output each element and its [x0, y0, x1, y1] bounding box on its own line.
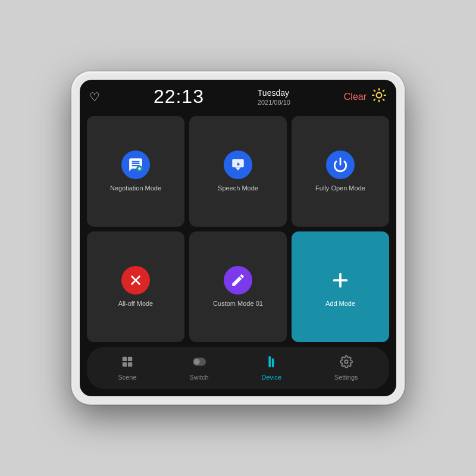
nav-settings[interactable]: Settings [327, 353, 365, 383]
speech-icon [224, 151, 252, 179]
tile-add-mode[interactable]: Add Mode [292, 231, 389, 342]
time-block: 22:13 [154, 86, 204, 108]
svg-rect-25 [272, 359, 274, 368]
scene-label: Scene [118, 374, 136, 381]
svg-rect-20 [123, 362, 127, 367]
sun-icon [371, 87, 387, 107]
negotiation-icon [121, 151, 150, 179]
nav-device[interactable]: Device [254, 353, 289, 383]
device-icon [265, 355, 278, 371]
bottom-nav: Scene Switch [87, 347, 389, 389]
speech-label: Speech Mode [218, 184, 258, 192]
all-off-label: All-off Mode [118, 299, 154, 308]
nav-switch[interactable]: Switch [182, 353, 215, 383]
negotiation-label: Negotiation Mode [110, 184, 161, 192]
custom-label: Custom Mode 01 [213, 299, 263, 308]
date-display: 2021/08/10 [258, 99, 290, 106]
svg-point-0 [377, 92, 382, 98]
mode-grid: Negotiation Mode Speech Mode [80, 111, 396, 347]
nav-scene[interactable]: Scene [111, 353, 143, 383]
svg-rect-24 [269, 356, 271, 367]
weather-block: Clear [344, 87, 387, 107]
switch-label: Switch [189, 374, 208, 381]
settings-label: Settings [334, 374, 358, 381]
svg-marker-11 [236, 167, 241, 170]
scene-icon [121, 355, 134, 371]
add-mode-icon [326, 266, 355, 295]
fully-open-icon [326, 151, 355, 179]
day-display: Tuesday [258, 88, 289, 98]
tile-negotiation[interactable]: Negotiation Mode [87, 116, 184, 227]
svg-line-7 [374, 99, 375, 100]
add-mode-label: Add Mode [325, 299, 355, 308]
svg-line-8 [383, 90, 384, 91]
svg-point-26 [345, 360, 348, 364]
status-bar: ♡ 22:13 Tuesday 2021/08/10 Clear [80, 80, 396, 111]
tile-custom-01[interactable]: Custom Mode 01 [189, 231, 287, 342]
time-display: 22:13 [154, 86, 204, 108]
svg-rect-18 [123, 357, 127, 361]
custom-icon [224, 266, 252, 295]
device-screen: ♡ 22:13 Tuesday 2021/08/10 Clear [80, 80, 396, 396]
switch-icon [193, 355, 206, 371]
svg-line-4 [383, 99, 384, 100]
svg-point-23 [193, 359, 199, 365]
device-label: Device [261, 374, 281, 381]
svg-rect-21 [128, 362, 132, 367]
all-off-icon [121, 266, 150, 295]
svg-line-3 [374, 90, 375, 91]
svg-rect-19 [128, 357, 132, 361]
tile-fully-open[interactable]: Fully Open Mode [292, 116, 389, 227]
settings-icon [340, 355, 353, 371]
date-weather: Tuesday 2021/08/10 [258, 88, 290, 106]
tile-all-off[interactable]: All-off Mode [87, 231, 184, 342]
heart-icon: ♡ [89, 90, 100, 104]
weather-label: Clear [344, 92, 367, 102]
device-outer: ♡ 22:13 Tuesday 2021/08/10 Clear [71, 71, 405, 405]
tile-speech[interactable]: Speech Mode [189, 116, 287, 227]
fully-open-label: Fully Open Mode [315, 184, 365, 192]
